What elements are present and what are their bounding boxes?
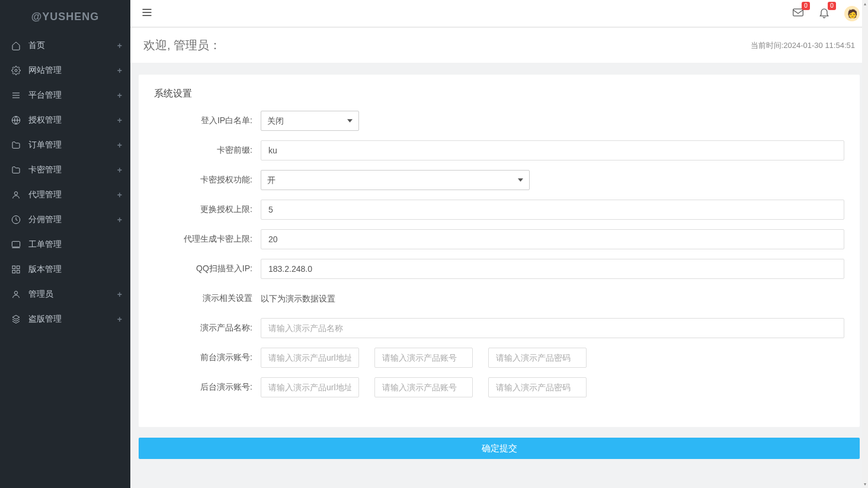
folder-icon bbox=[11, 140, 21, 150]
user-icon bbox=[11, 289, 21, 300]
avatar[interactable]: 🧑 bbox=[844, 6, 860, 21]
brand-logo: @YUSHENG bbox=[0, 0, 130, 33]
user-icon bbox=[11, 190, 21, 200]
folder-icon bbox=[11, 165, 21, 175]
expand-icon: + bbox=[117, 66, 122, 75]
expand-icon: + bbox=[117, 91, 122, 100]
sidebar-item-card-mgmt[interactable]: 卡密管理 + bbox=[0, 158, 130, 182]
notifications-button[interactable]: 0 bbox=[818, 7, 830, 20]
svg-point-5 bbox=[14, 192, 17, 195]
mail-badge: 0 bbox=[802, 2, 810, 10]
svg-point-0 bbox=[15, 69, 17, 72]
sidebar-item-label: 平台管理 bbox=[28, 90, 62, 101]
sidebar-item-label: 版本管理 bbox=[28, 264, 62, 275]
current-time: 当前时间:2024-01-30 11:54:51 bbox=[751, 40, 855, 51]
field-label: 登入IP白名单: bbox=[154, 115, 261, 126]
back-demo-password-input[interactable] bbox=[488, 377, 587, 397]
gear-icon bbox=[11, 65, 21, 76]
sidebar-item-label: 订单管理 bbox=[28, 140, 62, 150]
field-label: 演示相关设置 bbox=[154, 293, 261, 304]
svg-rect-9 bbox=[12, 266, 15, 269]
demo-product-name-input[interactable] bbox=[261, 318, 844, 338]
svg-rect-12 bbox=[17, 270, 20, 273]
welcome-greeting: 欢迎, 管理员： bbox=[143, 37, 221, 53]
svg-rect-7 bbox=[12, 242, 20, 247]
notifications-badge: 0 bbox=[828, 2, 836, 10]
demo-section-text: 以下为演示数据设置 bbox=[261, 288, 335, 309]
field-label: QQ扫描登入IP: bbox=[154, 264, 261, 274]
sidebar-item-agent-mgmt[interactable]: 代理管理 + bbox=[0, 182, 130, 207]
field-label: 更换授权上限: bbox=[154, 204, 261, 215]
expand-icon: + bbox=[117, 314, 122, 324]
field-label: 后台演示账号: bbox=[154, 382, 261, 393]
sidebar-item-version-mgmt[interactable]: 版本管理 bbox=[0, 257, 130, 282]
front-demo-url-input[interactable] bbox=[261, 348, 359, 368]
field-label: 卡密授权功能: bbox=[154, 175, 261, 185]
sidebar-item-label: 网站管理 bbox=[28, 65, 62, 76]
expand-icon: + bbox=[117, 115, 122, 125]
submit-button[interactable]: 确定提交 bbox=[139, 438, 860, 459]
sidebar-item-commission-mgmt[interactable]: 分佣管理 + bbox=[0, 207, 130, 232]
clock-icon bbox=[11, 214, 21, 225]
menu-icon bbox=[141, 7, 153, 18]
field-label: 演示产品名称: bbox=[154, 323, 261, 333]
sidebar-item-label: 首页 bbox=[28, 40, 45, 51]
welcome-bar: 欢迎, 管理员： 当前时间:2024-01-30 11:54:51 bbox=[130, 27, 868, 63]
home-icon bbox=[11, 40, 21, 51]
sidebar-item-admin[interactable]: 管理员 + bbox=[0, 282, 130, 307]
sidebar-item-label: 授权管理 bbox=[28, 115, 62, 126]
sidebar-item-order-mgmt[interactable]: 订单管理 + bbox=[0, 133, 130, 158]
scroll-up-icon: ▴ bbox=[862, 1, 868, 7]
front-demo-password-input[interactable] bbox=[488, 348, 587, 368]
sidebar-item-ticket-mgmt[interactable]: 工单管理 bbox=[0, 232, 130, 257]
expand-icon: + bbox=[117, 41, 122, 50]
scroll-down-icon: ▾ bbox=[862, 481, 868, 487]
sidebar-item-piracy-mgmt[interactable]: 盗版管理 + bbox=[0, 307, 130, 332]
expand-icon: + bbox=[117, 190, 122, 200]
list-icon bbox=[11, 90, 21, 101]
sidebar-item-site-mgmt[interactable]: 网站管理 + bbox=[0, 58, 130, 83]
qq-scan-ip-input[interactable] bbox=[261, 259, 844, 279]
expand-icon: + bbox=[117, 290, 122, 299]
sidebar: @YUSHENG 首页 + 网站管理 + 平台管理 + 授权管理 + 订单管理 … bbox=[0, 0, 130, 488]
front-demo-account-input[interactable] bbox=[374, 348, 473, 368]
svg-rect-11 bbox=[12, 270, 15, 273]
grid-icon bbox=[11, 264, 21, 275]
sidebar-item-label: 工单管理 bbox=[28, 239, 62, 250]
mail-button[interactable]: 0 bbox=[792, 7, 804, 20]
svg-point-13 bbox=[14, 291, 17, 294]
panel-title: 系统设置 bbox=[154, 88, 844, 100]
back-demo-account-input[interactable] bbox=[374, 377, 473, 397]
back-demo-url-input[interactable] bbox=[261, 377, 359, 397]
sidebar-item-auth-mgmt[interactable]: 授权管理 + bbox=[0, 108, 130, 133]
field-label: 前台演示账号: bbox=[154, 352, 261, 363]
sidebar-item-label: 分佣管理 bbox=[28, 214, 62, 225]
sidebar-item-platform-mgmt[interactable]: 平台管理 + bbox=[0, 83, 130, 108]
layers-icon bbox=[11, 314, 21, 325]
scrollbar[interactable]: ▴ ▾ bbox=[862, 0, 868, 488]
card-prefix-input[interactable] bbox=[261, 140, 844, 160]
globe-icon bbox=[11, 115, 21, 126]
expand-icon: + bbox=[117, 165, 122, 175]
toggle-sidebar-button[interactable] bbox=[139, 5, 155, 22]
topbar: 0 0 🧑 bbox=[130, 0, 868, 27]
settings-panel: 系统设置 登入IP白名单: 关闭 卡密前缀: 卡密 bbox=[139, 75, 860, 427]
field-label: 卡密前缀: bbox=[154, 145, 261, 156]
sidebar-item-label: 盗版管理 bbox=[28, 314, 62, 325]
monitor-icon bbox=[11, 239, 21, 250]
svg-rect-17 bbox=[793, 9, 803, 16]
change-auth-limit-input[interactable] bbox=[261, 200, 844, 220]
field-label: 代理生成卡密上限: bbox=[154, 234, 261, 245]
sidebar-item-home[interactable]: 首页 + bbox=[0, 33, 130, 58]
sidebar-item-label: 代理管理 bbox=[28, 190, 62, 200]
expand-icon: + bbox=[117, 140, 122, 150]
agent-gen-limit-input[interactable] bbox=[261, 229, 844, 249]
card-auth-select[interactable]: 开 bbox=[261, 170, 530, 190]
svg-rect-10 bbox=[17, 266, 20, 269]
sidebar-item-label: 卡密管理 bbox=[28, 165, 62, 175]
expand-icon: + bbox=[117, 215, 122, 224]
sidebar-item-label: 管理员 bbox=[28, 289, 53, 300]
ip-whitelist-select[interactable]: 关闭 bbox=[261, 111, 359, 131]
